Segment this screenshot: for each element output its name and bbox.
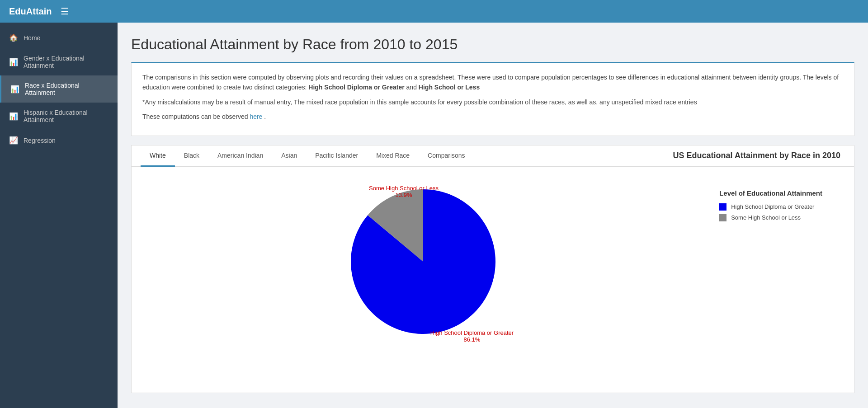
main-content: Educational Attainment by Race from 2010… — [118, 23, 868, 408]
computed-text: These computations can be observed — [142, 113, 250, 120]
tab-comparisons[interactable]: Comparisons — [419, 145, 474, 167]
bar-chart-icon: 📊 — [9, 58, 18, 66]
info-paragraph-3: These computations can be observed here … — [142, 112, 843, 122]
tab-mixed-race[interactable]: Mixed Race — [367, 145, 419, 167]
line-chart-icon: 📈 — [9, 136, 18, 145]
pie-chart-container: Some High School or Less 13.9% — [342, 180, 505, 343]
chart-legend: Level of Educational Attainment High Sch… — [701, 180, 840, 234]
blue-pct-text: 86.1% — [464, 336, 481, 343]
blue-pie-label: High School Diploma or Greater 86.1% — [430, 329, 514, 343]
bold-term-2: High School or Less — [419, 84, 480, 91]
period: . — [264, 113, 266, 120]
tab-asian[interactable]: Asian — [272, 145, 306, 167]
gray-label-text: Some High School or Less — [369, 185, 439, 192]
main-layout: 🏠 Home 📊 Gender x Educational Attainment… — [0, 23, 868, 408]
gray-swatch — [719, 214, 726, 221]
chart-area: Some High School or Less 13.9% — [132, 167, 854, 393]
sidebar-item-hispanic-label: Hispanic x Educational Attainment — [24, 109, 108, 123]
sidebar-item-race-label: Race x Educational Attainment — [25, 82, 108, 96]
app-title: EduAttain — [9, 6, 52, 17]
legend-item-gray: Some High School or Less — [719, 214, 822, 221]
tab-pacific-islander[interactable]: Pacific Islander — [306, 145, 367, 167]
info-paragraph-2: *Any miscalculations may be a result of … — [142, 97, 843, 107]
bold-term-1: High School Diploma or Greater — [308, 84, 404, 91]
tabs-container: White Black American Indian Asian Pacifi… — [131, 145, 854, 393]
gray-pie-label: Some High School or Less 13.9% — [369, 185, 439, 198]
topbar: EduAttain ☰ — [0, 0, 868, 23]
chart-title: US Educational Attainment by Race in 201… — [673, 151, 845, 160]
tab-black[interactable]: Black — [175, 145, 208, 167]
sidebar: 🏠 Home 📊 Gender x Educational Attainment… — [0, 23, 118, 408]
blue-label-text: High School Diploma or Greater — [430, 329, 514, 336]
tab-american-indian[interactable]: American Indian — [208, 145, 272, 167]
bar-chart-icon-3: 📊 — [9, 112, 18, 121]
sidebar-item-home-label: Home — [24, 34, 40, 42]
info-text-1: The comparisons in this section were com… — [142, 74, 839, 91]
sidebar-item-gender[interactable]: 📊 Gender x Educational Attainment — [0, 48, 118, 75]
sidebar-item-regression[interactable]: 📈 Regression — [0, 130, 118, 151]
info-paragraph-1: The comparisons in this section were com… — [142, 72, 843, 93]
tabs-list: White Black American Indian Asian Pacifi… — [141, 145, 474, 166]
tab-white[interactable]: White — [141, 145, 175, 167]
info-box: The comparisons in this section were com… — [131, 62, 854, 136]
sidebar-item-home[interactable]: 🏠 Home — [0, 27, 118, 48]
legend-item-blue: High School Diploma or Greater — [719, 203, 822, 211]
gray-pct-text: 13.9% — [396, 192, 412, 198]
legend-title: Level of Educational Attainment — [719, 189, 822, 197]
page-title: Educational Attainment by Race from 2010… — [131, 36, 854, 53]
info-and: and — [406, 84, 419, 91]
sidebar-item-race[interactable]: 📊 Race x Educational Attainment — [0, 75, 118, 103]
sidebar-item-regression-label: Regression — [24, 137, 56, 144]
pie-svg — [342, 180, 505, 343]
hamburger-icon[interactable]: ☰ — [61, 6, 69, 17]
sidebar-item-gender-label: Gender x Educational Attainment — [24, 55, 108, 69]
bar-chart-icon-2: 📊 — [10, 85, 19, 94]
chart-wrapper: Some High School or Less 13.9% — [145, 180, 701, 343]
blue-swatch — [719, 203, 726, 211]
sidebar-item-hispanic[interactable]: 📊 Hispanic x Educational Attainment — [0, 103, 118, 130]
here-link[interactable]: here — [250, 113, 262, 120]
home-icon: 🏠 — [9, 33, 18, 42]
legend-blue-label: High School Diploma or Greater — [731, 203, 814, 210]
legend-gray-label: Some High School or Less — [731, 214, 801, 221]
tabs-header: White Black American Indian Asian Pacifi… — [132, 145, 854, 167]
